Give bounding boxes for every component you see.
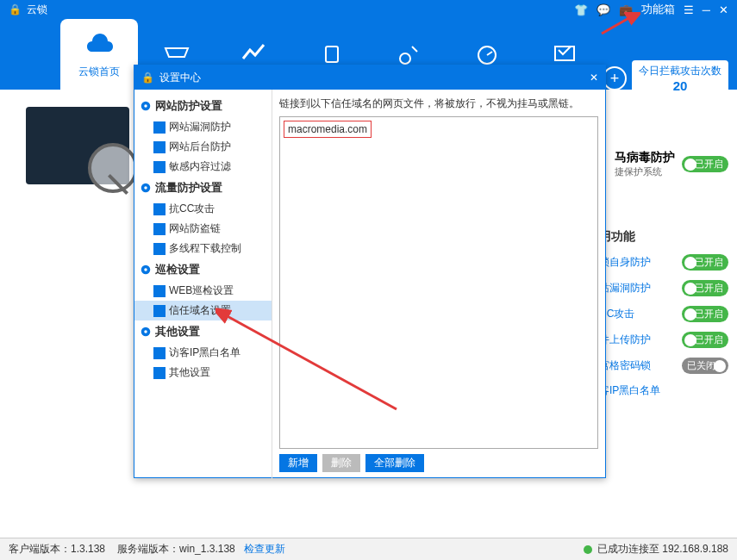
item-icon — [153, 305, 166, 317]
feature-label[interactable]: 站漏洞防护 — [599, 281, 651, 296]
tab-home[interactable]: 云锁首页 — [60, 19, 138, 90]
toolbox-label[interactable]: 功能箱 — [641, 2, 675, 17]
svg-point-10 — [144, 268, 147, 271]
item-icon — [153, 285, 166, 297]
feature-switch[interactable]: 已关闭 — [682, 358, 728, 374]
feature-label[interactable]: 客IP黑白名单 — [599, 383, 660, 398]
top-feature-switch[interactable]: 已开启 — [682, 156, 728, 172]
statusbar: 客户端版本：1.3.138 服务端版本：win_1.3.138 检查更新 已成功… — [0, 538, 737, 560]
close-icon[interactable]: ✕ — [719, 3, 728, 16]
feature-label[interactable]: 锁自身防护 — [599, 255, 651, 270]
feature-row: 站漏洞防护已开启 — [599, 280, 728, 296]
connection-status-icon — [584, 545, 592, 554]
toolbox-icon[interactable]: 💼 — [619, 3, 633, 16]
settings-group[interactable]: 巡检设置 — [134, 258, 272, 281]
trusted-domain-list[interactable]: macromedia.com — [279, 116, 598, 449]
cloud-lock-icon — [84, 29, 115, 61]
feature-row: 宫格密码锁已关闭 — [599, 358, 728, 374]
settings-group[interactable]: 流量防护设置 — [134, 177, 272, 199]
dialog-description: 链接到以下信任域名的网页文件，将被放行，不视为挂马或黑链。 — [279, 96, 598, 111]
dialog-close-icon[interactable]: ✕ — [590, 72, 598, 84]
settings-dialog: 🔒 设置中心 ✕ 网站防护设置网站漏洞防护网站后台防护敏感内容过滤流量防护设置抗… — [134, 65, 606, 478]
domain-entry[interactable]: macromedia.com — [284, 121, 372, 138]
settings-item[interactable]: 访客IP黑白名单 — [134, 343, 272, 363]
feature-row: CC攻击已开启 — [599, 306, 728, 322]
item-icon — [153, 367, 166, 379]
svg-point-2 — [400, 53, 410, 64]
svg-rect-1 — [326, 47, 338, 62]
lock-icon: 🔒 — [9, 3, 22, 16]
settings-group[interactable]: 其他设置 — [134, 320, 272, 343]
item-icon — [153, 141, 166, 153]
svg-point-8 — [144, 186, 147, 190]
chat-icon[interactable]: 💬 — [596, 3, 610, 16]
settings-item[interactable]: 网站防盗链 — [134, 219, 272, 239]
item-icon — [153, 243, 166, 255]
dialog-sidebar: 网站防护设置网站漏洞防护网站后台防护敏感内容过滤流量防护设置抗CC攻击网站防盗链… — [134, 90, 272, 479]
minimize-icon[interactable]: ─ — [703, 3, 710, 16]
settings-item[interactable]: WEB巡检设置 — [134, 281, 272, 301]
svg-point-6 — [144, 104, 147, 108]
shirt-icon[interactable]: 👕 — [574, 3, 588, 16]
feature-row: 客IP黑白名单 — [599, 383, 728, 398]
settings-item[interactable]: 网站漏洞防护 — [134, 117, 272, 137]
settings-item[interactable]: 网站后台防护 — [134, 137, 272, 157]
item-icon — [153, 347, 166, 359]
svg-rect-0 — [96, 41, 103, 48]
item-icon — [153, 121, 166, 134]
feature-label[interactable]: 件上传防护 — [599, 333, 651, 347]
settings-item[interactable]: 信任域名设置 — [134, 301, 272, 320]
item-icon — [153, 203, 166, 215]
feature-switch[interactable]: 已开启 — [682, 280, 728, 296]
item-icon — [153, 161, 166, 173]
feature-row: 件上传防护已开启 — [599, 332, 728, 348]
delete-all-button[interactable]: 全部删除 — [365, 454, 424, 472]
item-icon — [153, 223, 166, 235]
add-button[interactable]: + — [603, 66, 627, 90]
settings-group[interactable]: 网站防护设置 — [134, 95, 272, 117]
add-button[interactable]: 新增 — [279, 454, 317, 472]
feature-switch[interactable]: 已开启 — [682, 306, 728, 322]
top-feature-panel: 马病毒防护 捷保护系统 已开启 — [615, 150, 728, 178]
feature-row: 锁自身防护已开启 — [599, 254, 728, 271]
svg-point-12 — [144, 330, 147, 333]
lock-icon: 🔒 — [141, 72, 154, 84]
settings-item[interactable]: 抗CC攻击 — [134, 199, 272, 219]
menu-icon[interactable]: ☰ — [684, 3, 694, 16]
dialog-titlebar: 🔒 设置中心 ✕ — [134, 65, 605, 90]
feature-switch[interactable]: 已开启 — [682, 332, 728, 348]
feature-panel: 用功能 锁自身防护已开启站漏洞防护已开启CC攻击已开启件上传防护已开启宫格密码锁… — [599, 229, 728, 408]
feature-label[interactable]: 宫格密码锁 — [599, 358, 651, 373]
settings-item[interactable]: 多线程下载控制 — [134, 239, 272, 258]
settings-item[interactable]: 其他设置 — [134, 363, 272, 383]
delete-button[interactable]: 删除 — [322, 454, 360, 472]
check-update-link[interactable]: 检查更新 — [244, 542, 285, 557]
titlebar: 🔒 云锁 👕 💬 💼 功能箱 ☰ ─ ✕ — [0, 0, 737, 19]
app-title: 云锁 — [27, 3, 47, 17]
server-image — [26, 107, 129, 184]
settings-item[interactable]: 敏感内容过滤 — [134, 157, 272, 177]
feature-switch[interactable]: 已开启 — [682, 254, 728, 271]
